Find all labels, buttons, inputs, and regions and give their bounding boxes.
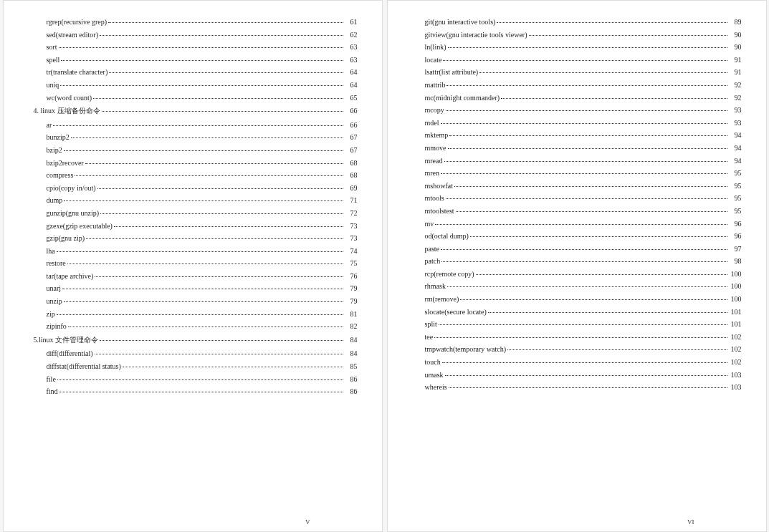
toc-entry-page: 64	[345, 81, 358, 89]
toc-dots	[446, 198, 727, 199]
toc-entry-text: ar	[47, 121, 52, 129]
toc-entry: tee102	[425, 333, 742, 341]
toc-entry-page: 90	[729, 31, 742, 39]
toc-entry-page: 95	[729, 194, 742, 202]
page-footer-left: V	[305, 518, 310, 526]
toc-entry: cpio(copy in/out)69	[47, 184, 358, 192]
toc-entry-page: 75	[345, 259, 358, 267]
toc-entry-text: mattrib	[425, 81, 446, 89]
toc-entry: tar(tape archive)76	[47, 272, 358, 280]
toc-dots	[60, 85, 343, 86]
toc-entry-text: split	[425, 320, 437, 328]
toc-entry-text: restore	[47, 259, 66, 267]
toc-entry-page: 74	[345, 247, 358, 255]
toc-entry: unarj79	[47, 284, 358, 292]
toc-entry: mdel93	[425, 119, 742, 127]
toc-entry-page: 95	[729, 182, 742, 190]
toc-dots	[449, 135, 727, 136]
toc-entry: rgrep(recursive grep)61	[47, 18, 358, 26]
toc-entry-text: locate	[425, 56, 442, 64]
toc-dots	[95, 354, 343, 354]
toc-entry-page: 62	[345, 31, 358, 39]
toc-entry-text: zipinfo	[47, 322, 67, 330]
toc-entry-page: 79	[345, 284, 358, 292]
toc-entry-page: 68	[345, 159, 358, 167]
toc-entry-page: 94	[729, 144, 742, 152]
toc-dots	[448, 47, 727, 48]
toc-dots	[57, 314, 343, 315]
toc-entry-page: 95	[729, 207, 742, 215]
toc-entry-page: 86	[345, 375, 358, 383]
toc-entry: compress68	[47, 171, 358, 179]
toc-dots	[57, 251, 343, 252]
toc-entry-text: umask	[425, 371, 444, 379]
toc-page-right: git(gnu interactive tools)89gitview(gnu …	[387, 0, 767, 532]
toc-entry-page: 101	[729, 320, 742, 328]
toc-dots	[446, 110, 727, 111]
toc-dots	[123, 367, 343, 367]
toc-entry-page: 65	[345, 94, 358, 102]
toc-entry-page: 100	[729, 270, 742, 278]
toc-entry-text: slocate(secure locate)	[425, 308, 487, 316]
toc-entry-text: git(gnu interactive tools)	[425, 18, 496, 26]
toc-dots	[497, 22, 727, 23]
toc-entry-text: spell	[47, 56, 60, 64]
toc-entry-page: 69	[345, 184, 358, 192]
toc-entry: od(octal dump)96	[425, 232, 742, 240]
toc-entry: sed(stream editor)62	[47, 31, 358, 39]
toc-entry-page: 63	[345, 56, 358, 64]
toc-dots	[443, 60, 727, 61]
toc-entry: ar66	[47, 121, 358, 129]
toc-dots	[53, 125, 343, 126]
toc-entry: mren95	[425, 169, 742, 177]
toc-entry-text: touch	[425, 358, 441, 366]
toc-entry-text: tmpwatch(temporary watch)	[425, 345, 507, 353]
toc-dots	[93, 98, 343, 99]
toc-entry: rhmask100	[425, 282, 742, 290]
toc-entry-page: 81	[345, 310, 358, 318]
toc-dots	[456, 211, 727, 212]
toc-entry: git(gnu interactive tools)89	[425, 18, 742, 26]
toc-entry-text: rgrep(recursive grep)	[47, 18, 108, 26]
toc-entry-page: 68	[345, 171, 358, 179]
toc-dots	[442, 362, 727, 363]
toc-entry-page: 103	[729, 383, 742, 391]
toc-entry: lsattr(list attribute)91	[425, 68, 742, 76]
toc-dots	[64, 150, 343, 151]
toc-entry-page: 76	[345, 272, 358, 280]
toc-list-left: rgrep(recursive grep)61sed(stream editor…	[31, 18, 358, 395]
toc-entry: split101	[425, 320, 742, 328]
toc-dots	[57, 379, 343, 380]
toc-entry: mtoolstest95	[425, 207, 742, 215]
toc-entry-text: mdel	[425, 119, 439, 127]
toc-entry-page: 95	[729, 169, 742, 177]
toc-entry-page: 73	[345, 222, 358, 230]
toc-entry: unzip79	[47, 297, 358, 305]
toc-dots	[100, 213, 343, 214]
toc-entry-text: uniq	[47, 81, 59, 89]
toc-entry-page: 89	[729, 18, 742, 26]
toc-dots	[479, 72, 727, 73]
toc-entry: file86	[47, 375, 358, 383]
page-footer-right: VI	[687, 518, 694, 526]
toc-entry-page: 102	[729, 333, 742, 341]
toc-dots	[447, 286, 727, 287]
toc-entry: gitview(gnu interactie tools viewer)90	[425, 31, 742, 39]
toc-dots	[439, 324, 727, 325]
toc-entry-page: 96	[729, 232, 742, 240]
toc-entry-text: bunzip2	[47, 133, 70, 141]
toc-entry: gzexe(gzip executable)73	[47, 222, 358, 230]
toc-entry: bzip2recover68	[47, 159, 358, 167]
toc-entry: rcp(remote copy)100	[425, 270, 742, 278]
toc-entry-page: 61	[345, 18, 358, 26]
toc-entry-page: 90	[729, 43, 742, 51]
toc-entry: rm(remove)100	[425, 295, 742, 303]
toc-entry-page: 100	[729, 282, 742, 290]
toc-entry-page: 92	[729, 94, 742, 102]
toc-entry: restore75	[47, 259, 358, 267]
toc-dots	[62, 289, 343, 289]
toc-entry-text: patch	[425, 257, 441, 265]
toc-dots	[108, 22, 343, 23]
toc-entry: mshowfat95	[425, 182, 742, 190]
toc-entry-page: 91	[729, 56, 742, 64]
